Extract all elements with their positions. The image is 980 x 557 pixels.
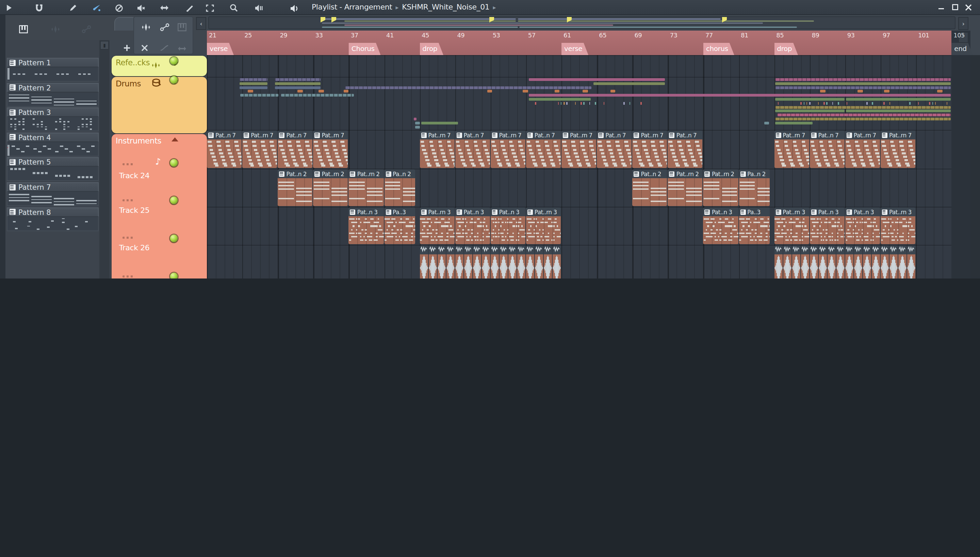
- track-name[interactable]: Track 26: [119, 243, 149, 252]
- clip-body[interactable]: [526, 139, 561, 168]
- pattern-clip[interactable]: Pat..n 7: [207, 130, 242, 168]
- clip-header[interactable]: Pat..rn 7: [491, 130, 525, 139]
- pattern-clip[interactable]: Pat..n 7: [278, 130, 312, 168]
- clip-header[interactable]: Pat..rn 2: [703, 169, 738, 178]
- clip-header[interactable]: [890, 246, 898, 254]
- riser-audio-clip[interactable]: [535, 246, 543, 278]
- clip-header[interactable]: Pat..n 7: [810, 130, 844, 139]
- pattern-clip[interactable]: Pat..n 3: [703, 207, 738, 244]
- clip-header[interactable]: Pat..rn 7: [314, 130, 348, 139]
- clip-body[interactable]: [491, 216, 525, 244]
- select-brackets-icon[interactable]: [205, 3, 215, 13]
- pattern-clip[interactable]: Pat..n 3: [491, 207, 525, 244]
- clip-body[interactable]: [455, 139, 490, 168]
- riser-audio-clip[interactable]: [890, 246, 898, 278]
- pattern-clip[interactable]: Pat..n 3: [455, 207, 490, 244]
- clip-header[interactable]: Pat..rn 2: [314, 169, 348, 178]
- pattern-item-header[interactable]: Pattern 1: [7, 58, 99, 67]
- clip-body[interactable]: [880, 254, 889, 278]
- clip-body[interactable]: [836, 254, 844, 278]
- clip-header[interactable]: Pa..n 2: [739, 169, 770, 178]
- clip-body[interactable]: [880, 216, 915, 244]
- clip-body[interactable]: [632, 178, 667, 206]
- pattern-clip[interactable]: Pat..rn 3: [774, 207, 809, 244]
- clip-header[interactable]: Pa..3: [384, 207, 415, 216]
- clip-header[interactable]: Pat..n 3: [810, 207, 844, 216]
- riser-audio-clip[interactable]: [801, 246, 809, 278]
- clip-header[interactable]: Pat..rn 7: [632, 130, 667, 139]
- clip-body[interactable]: [428, 254, 436, 278]
- clip-body[interactable]: [801, 254, 809, 278]
- track-led[interactable]: [170, 196, 178, 204]
- pattern-clip[interactable]: Pat..n 7: [597, 130, 632, 168]
- group-collapse-triangle[interactable]: [172, 137, 178, 142]
- clip-header[interactable]: Pat..rn 7: [420, 130, 454, 139]
- clip-body[interactable]: [491, 139, 525, 168]
- clip-body[interactable]: [437, 254, 446, 278]
- clip-body[interactable]: [446, 254, 454, 278]
- clip-header[interactable]: [526, 246, 534, 254]
- h-arrows-icon[interactable]: [178, 41, 186, 54]
- clip-header[interactable]: Pat..n 7: [526, 130, 561, 139]
- pattern-item[interactable]: Pattern 1: [7, 58, 99, 81]
- clip-body[interactable]: [810, 139, 844, 168]
- pattern-preview[interactable]: [7, 192, 99, 206]
- pattern-clip[interactable]: Pat..rn 7: [242, 130, 277, 168]
- clip-header[interactable]: [482, 246, 490, 254]
- riser-audio-clip[interactable]: [810, 246, 818, 278]
- clip-body[interactable]: [792, 254, 800, 278]
- pattern-clip[interactable]: Pat..n 2: [278, 169, 312, 206]
- clip-header[interactable]: [500, 246, 508, 254]
- clip-body[interactable]: [890, 254, 898, 278]
- pattern-clip[interactable]: Pat..rn 7: [562, 130, 596, 168]
- clip-header[interactable]: [455, 246, 463, 254]
- riser-audio-clip[interactable]: [828, 246, 836, 278]
- clip-body[interactable]: [207, 139, 242, 168]
- clip-body[interactable]: [420, 254, 428, 278]
- pattern-picker-view-button[interactable]: ▮: [100, 41, 109, 50]
- pattern-clip[interactable]: Pa..3: [739, 207, 770, 244]
- pencil-icon[interactable]: [68, 3, 78, 13]
- track-led[interactable]: [170, 159, 178, 166]
- play-icon[interactable]: [4, 3, 14, 13]
- clip-header[interactable]: [810, 246, 818, 254]
- pattern-clip[interactable]: Pat..n 3: [810, 207, 844, 244]
- stretch-arrows-icon[interactable]: [159, 3, 170, 13]
- pattern-clip[interactable]: Pat..n 7: [526, 130, 561, 168]
- pattern-item-header[interactable]: Pattern 5: [7, 158, 99, 167]
- pattern-clip[interactable]: Pat..n 7: [810, 130, 844, 168]
- pattern-clip[interactable]: Pat..n 3: [845, 207, 880, 244]
- clip-body[interactable]: [508, 254, 516, 278]
- mute-speaker-icon[interactable]: [136, 3, 146, 13]
- track-group-refs[interactable]: Refe..cks: [112, 56, 207, 76]
- clip-body[interactable]: [526, 254, 534, 278]
- pattern-clip[interactable]: Pat..n 7: [668, 130, 703, 168]
- pattern-clip[interactable]: Pat..rn 2: [314, 169, 348, 206]
- clip-header[interactable]: [508, 246, 516, 254]
- clip-body[interactable]: [783, 254, 791, 278]
- clip-header[interactable]: [792, 246, 800, 254]
- pattern-clip[interactable]: Pat..rn 7: [880, 130, 915, 168]
- track-mute-dots[interactable]: [122, 275, 133, 277]
- track-led[interactable]: [170, 234, 178, 242]
- track-mute-dots[interactable]: [122, 163, 133, 165]
- piano-icon[interactable]: [178, 21, 186, 34]
- clip-body[interactable]: [455, 216, 490, 244]
- riser-audio-clip[interactable]: [836, 246, 844, 278]
- arrangement-minimap[interactable]: [208, 16, 956, 29]
- clip-header[interactable]: Pat..rn 7: [242, 130, 277, 139]
- clip-body[interactable]: [278, 178, 312, 206]
- riser-audio-clip[interactable]: [907, 246, 915, 278]
- clip-header[interactable]: [535, 246, 543, 254]
- pattern-item-header[interactable]: Pattern 7: [7, 182, 99, 192]
- pattern-preview[interactable]: [7, 142, 99, 156]
- pattern-preview[interactable]: [7, 167, 99, 181]
- clip-header[interactable]: [880, 246, 889, 254]
- track-name[interactable]: Track 24: [119, 171, 149, 180]
- clip-body[interactable]: [482, 254, 490, 278]
- clip-body[interactable]: [810, 216, 844, 244]
- pattern-clip[interactable]: Pat..rn 3: [526, 207, 561, 244]
- riser-audio-clip[interactable]: [491, 246, 499, 278]
- wave-diamond-icon[interactable]: [51, 23, 60, 36]
- pattern-picker-scrollbar[interactable]: [100, 40, 109, 278]
